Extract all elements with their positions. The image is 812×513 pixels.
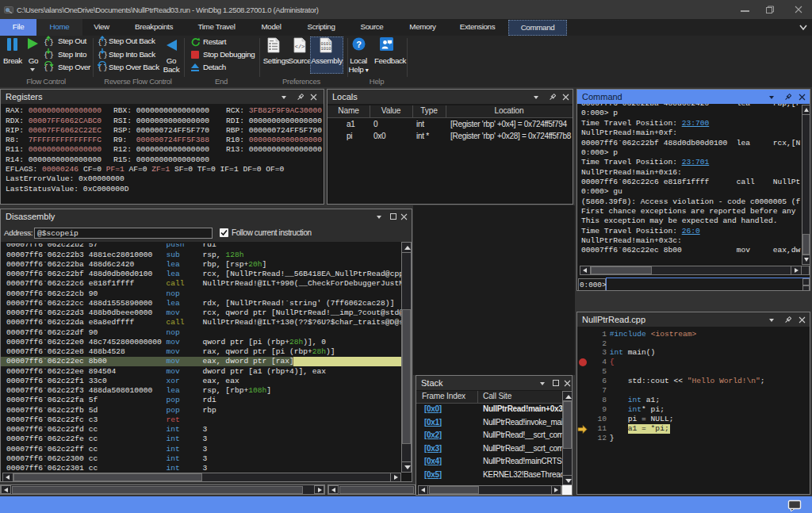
svg-text:1010: 1010 bbox=[320, 46, 331, 52]
svg-text:</>: </> bbox=[295, 44, 305, 50]
svg-text:?: ? bbox=[356, 40, 362, 49]
